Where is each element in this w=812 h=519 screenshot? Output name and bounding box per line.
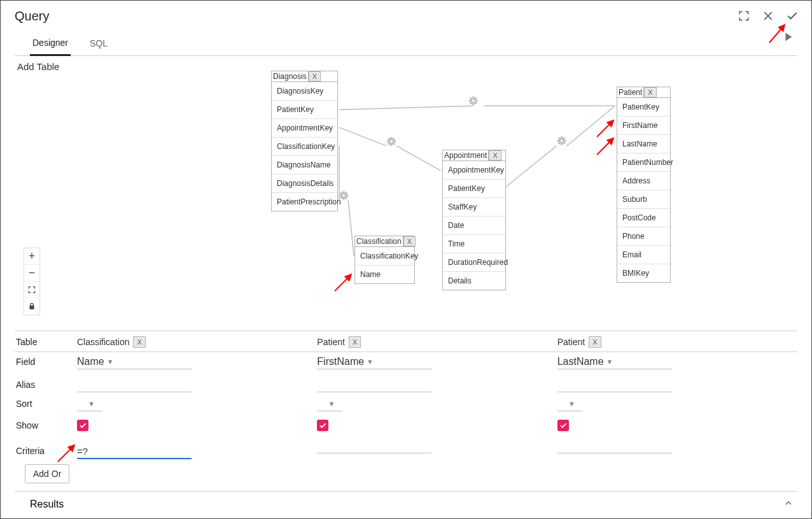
diagnosis-field[interactable]: ClassificationKey bbox=[272, 138, 337, 156]
grid-criteria-0[interactable]: =? bbox=[77, 445, 192, 457]
grid-field-2[interactable]: LastName▼ bbox=[557, 356, 613, 367]
appointment-field[interactable]: PatientKey bbox=[443, 180, 505, 198]
patient-field[interactable]: Suburb bbox=[617, 190, 670, 209]
svg-line-7 bbox=[567, 106, 615, 146]
diagnosis-field[interactable]: DiagnosisDetails bbox=[272, 174, 337, 193]
classification-field[interactable]: Name bbox=[355, 266, 414, 283]
chevron-up-icon[interactable] bbox=[783, 498, 794, 511]
svg-line-5 bbox=[348, 200, 354, 256]
table-patient[interactable]: Patient X PatientKey FirstName LastName … bbox=[617, 87, 671, 283]
appointment-remove-icon[interactable]: X bbox=[489, 150, 501, 160]
grid-table-2: Patient bbox=[557, 337, 585, 347]
classification-table-name: Classification bbox=[355, 236, 403, 246]
diagnosis-field[interactable]: AppointmentKey bbox=[272, 119, 337, 138]
grid-field-0[interactable]: Name▼ bbox=[77, 356, 114, 367]
grid-sort-0[interactable]: ▼ bbox=[77, 398, 95, 409]
classification-remove-icon[interactable]: X bbox=[403, 236, 416, 246]
grid-table-1-remove[interactable]: X bbox=[349, 336, 361, 348]
appointment-field[interactable]: Time bbox=[443, 235, 505, 253]
zoom-fit-icon[interactable] bbox=[24, 281, 39, 298]
grid-show-2-checkbox[interactable] bbox=[557, 420, 569, 431]
svg-line-3 bbox=[396, 146, 441, 171]
patient-field[interactable]: PostCode bbox=[617, 209, 670, 227]
grid-show-1-checkbox[interactable] bbox=[317, 420, 328, 431]
diagnosis-field[interactable]: PatientPrescription bbox=[272, 193, 337, 211]
appointment-field[interactable]: StaffKey bbox=[443, 198, 505, 217]
row-label-field: Field bbox=[15, 357, 77, 367]
grid-table-2-remove[interactable]: X bbox=[589, 336, 601, 348]
table-diagnosis[interactable]: Diagnosis X DiagnosisKey PatientKey Appo… bbox=[271, 71, 338, 211]
tab-designer[interactable]: Designer bbox=[30, 32, 71, 56]
svg-point-26 bbox=[559, 138, 564, 143]
patient-field[interactable]: LastName bbox=[617, 135, 670, 153]
patient-field[interactable]: Email bbox=[617, 246, 670, 264]
svg-line-29 bbox=[559, 138, 565, 144]
grid-sort-2[interactable]: ▼ bbox=[557, 398, 575, 409]
patient-field[interactable]: Phone bbox=[617, 227, 670, 246]
svg-line-17 bbox=[388, 138, 395, 145]
svg-line-11 bbox=[470, 97, 477, 104]
zoom-out-icon[interactable]: − bbox=[24, 265, 39, 281]
patient-field[interactable]: PatientKey bbox=[617, 98, 670, 117]
check-icon[interactable] bbox=[785, 8, 800, 24]
grid-alias-0[interactable] bbox=[77, 379, 192, 390]
diagnosis-field[interactable]: DiagnosisKey bbox=[272, 82, 337, 101]
svg-line-18 bbox=[388, 138, 395, 145]
tab-bar: Designer SQL bbox=[15, 27, 797, 56]
designer-canvas[interactable]: Diagnosis X DiagnosisKey PatientKey Appo… bbox=[15, 69, 797, 320]
svg-line-30 bbox=[559, 138, 565, 144]
grid-sort-1[interactable]: ▼ bbox=[317, 398, 335, 409]
appointment-field[interactable]: Details bbox=[443, 272, 505, 290]
zoom-in-icon[interactable]: + bbox=[24, 248, 39, 265]
grid-alias-2[interactable] bbox=[557, 379, 672, 390]
criteria-grid: Table ClassificationX PatientX PatientX … bbox=[15, 331, 797, 483]
fullscreen-icon[interactable] bbox=[736, 8, 752, 24]
svg-point-25 bbox=[342, 194, 345, 197]
diagnosis-field[interactable]: DiagnosisName bbox=[272, 156, 337, 174]
table-appointment[interactable]: Appointment X AppointmentKey PatientKey … bbox=[442, 150, 506, 290]
dialog-title: Query bbox=[15, 9, 736, 24]
row-label-show: Show bbox=[15, 420, 77, 430]
classification-field[interactable]: ClassificationKey bbox=[355, 247, 414, 266]
row-label-criteria: Criteria bbox=[15, 446, 77, 456]
appointment-field[interactable]: AppointmentKey bbox=[443, 161, 505, 180]
row-label-alias: Alias bbox=[15, 380, 77, 390]
add-or-button[interactable]: Add Or bbox=[25, 464, 69, 483]
grid-criteria-2[interactable] bbox=[557, 450, 672, 451]
lock-icon[interactable] bbox=[24, 298, 39, 315]
diagnosis-field[interactable]: PatientKey bbox=[272, 101, 337, 119]
svg-line-24 bbox=[340, 192, 347, 199]
svg-point-19 bbox=[390, 140, 393, 143]
patient-field[interactable]: FirstName bbox=[617, 117, 670, 135]
row-label-sort: Sort bbox=[15, 399, 77, 409]
grid-table-0-remove[interactable]: X bbox=[133, 336, 145, 348]
results-panel-header[interactable]: Results bbox=[15, 491, 797, 512]
patient-remove-icon[interactable]: X bbox=[644, 87, 656, 97]
svg-line-12 bbox=[470, 97, 477, 104]
table-classification[interactable]: Classification X ClassificationKey Name bbox=[354, 236, 415, 284]
diagnosis-remove-icon[interactable]: X bbox=[309, 71, 321, 82]
zoom-controls: + − bbox=[24, 248, 40, 315]
patient-field[interactable]: Address bbox=[617, 172, 670, 190]
grid-criteria-1[interactable] bbox=[317, 450, 431, 451]
svg-point-13 bbox=[472, 99, 475, 102]
appointment-field[interactable]: DurationRequired bbox=[443, 253, 505, 272]
dialog-header: Query bbox=[1, 1, 811, 27]
patient-field[interactable]: BMIKey bbox=[617, 264, 670, 282]
appointment-field[interactable]: Date bbox=[443, 217, 505, 235]
grid-table-1: Patient bbox=[317, 337, 345, 347]
grid-show-0-checkbox[interactable] bbox=[77, 420, 88, 431]
results-label: Results bbox=[30, 499, 64, 510]
grid-field-1[interactable]: FirstName▼ bbox=[317, 356, 374, 367]
tab-sql[interactable]: SQL bbox=[87, 33, 110, 55]
appointment-table-name: Appointment bbox=[443, 150, 489, 160]
svg-line-2 bbox=[339, 127, 386, 146]
svg-point-31 bbox=[561, 139, 563, 142]
diagnosis-table-name: Diagnosis bbox=[272, 71, 309, 82]
run-icon[interactable] bbox=[781, 30, 795, 46]
svg-point-20 bbox=[341, 193, 346, 198]
svg-line-23 bbox=[340, 192, 347, 199]
close-icon[interactable] bbox=[760, 8, 776, 24]
grid-alias-1[interactable] bbox=[317, 379, 431, 390]
patient-field[interactable]: PatientNumber bbox=[617, 153, 670, 172]
